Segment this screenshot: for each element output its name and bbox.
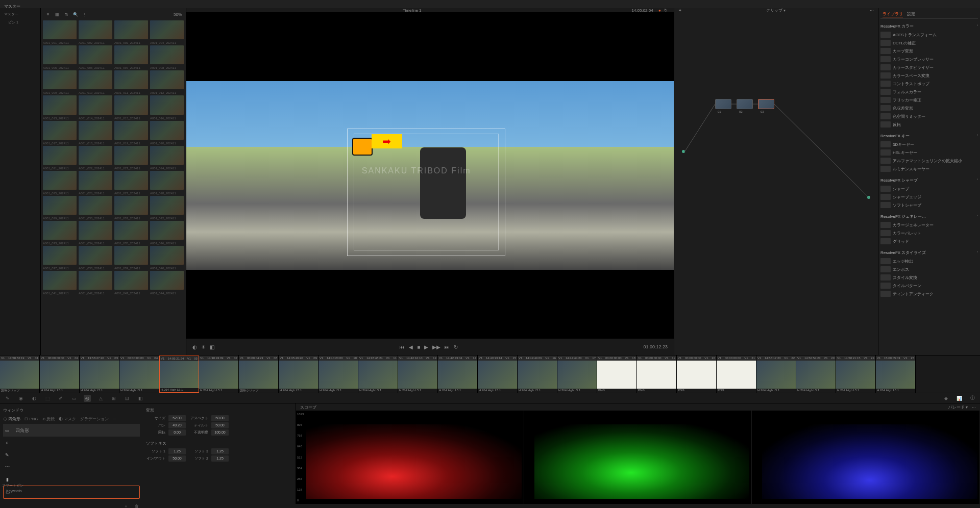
media-thumb[interactable]: A001_002_202411 (79, 20, 112, 39)
fx-item[interactable]: ソフトシャープ (880, 201, 978, 209)
tracker-icon[interactable]: ◎ (84, 395, 91, 402)
power-window-outer[interactable] (347, 129, 505, 256)
delete-shape-icon[interactable]: 🗑 (133, 503, 140, 508)
timeline-clip[interactable]: V114:58:21:15V124 H.264 High L5.1 (836, 355, 876, 393)
media-thumb[interactable]: A001_012_202411 (150, 70, 184, 89)
key-icon[interactable]: ⊞ (110, 395, 117, 402)
scopes-content[interactable]: 10238967686405123842561280 (296, 411, 980, 504)
timeline-clip[interactable]: V114:43:33:14V115 H.264 High L5.1 (478, 355, 518, 393)
media-thumb[interactable]: A001_006_202411 (79, 45, 112, 64)
timeline-clip[interactable]: V114:05:21:24V105 H.264 High L5.1 (159, 355, 199, 393)
viewer-content[interactable]: ➡ SANKAKU TRIBOD Film (186, 12, 674, 339)
timeline-clip[interactable]: V114:38:48:24V111 H.264 High L5.1 (358, 355, 398, 393)
timeline-clip[interactable]: V100:00:00:00V102 H.264 High L5.1 (40, 355, 80, 393)
png-tab[interactable]: ⊡ PNG (24, 417, 38, 421)
fx-item[interactable]: カラースペース変換 (880, 71, 978, 80)
media-thumb[interactable]: A001_044_202411 (150, 271, 184, 290)
bin-1[interactable]: ビン 1 (2, 18, 38, 27)
prev-clip-icon[interactable]: ⏮ (400, 344, 405, 350)
media-thumb[interactable]: A001_024_202411 (150, 146, 184, 165)
timeline-clip[interactable]: V113:58:27:20V103 H.264 High L5.1 (80, 355, 119, 393)
media-thumb[interactable]: A001_030_202411 (79, 196, 112, 215)
fx-item[interactable]: シャープ (880, 185, 978, 193)
timeline-clip[interactable]: V100:00:00:00V121 PNG (717, 355, 756, 393)
timeline-clip[interactable]: V113:58:52:19V101 調整クリップ (0, 355, 40, 393)
media-thumb[interactable]: A001_009_202411 (43, 70, 77, 89)
fx-item[interactable]: ティントアンティーク (880, 290, 978, 298)
media-thumb[interactable]: A001_037_202411 (43, 246, 77, 265)
fx-item[interactable]: ルミナンスキーヤー (880, 165, 978, 173)
media-thumb[interactable]: A001_040_202411 (150, 246, 184, 265)
node-input[interactable] (682, 150, 685, 153)
media-thumb[interactable]: A001_008_202411 (150, 45, 184, 64)
media-thumb[interactable]: A001_033_202411 (43, 221, 77, 240)
media-thumb[interactable]: A001_013_202411 (43, 95, 77, 114)
timeline-clip[interactable]: V114:38:43:09V107 H.264 High L5.1 (199, 355, 239, 393)
media-thumb[interactable]: A001_001_202411 (43, 20, 77, 39)
media-thumb[interactable]: A001_021_202411 (43, 146, 77, 165)
gradient-tab[interactable]: グラデーション (80, 416, 109, 422)
media-thumb[interactable]: A001_039_202411 (114, 246, 148, 265)
timeline-clip[interactable]: V115:00:05:03V125 H.264 High L5.1 (876, 355, 916, 393)
rotate-value[interactable]: 0.00 (168, 429, 186, 436)
media-thumb[interactable]: A001_010_202411 (79, 70, 112, 89)
media-thumb[interactable]: A001_018_202411 (79, 121, 112, 140)
fx-item[interactable]: 色収差変形 (880, 104, 978, 112)
tilt-value[interactable]: 50.00 (211, 422, 229, 428)
media-thumb[interactable]: A001_020_202411 (150, 121, 184, 140)
media-thumb[interactable]: A001_032_202411 (150, 196, 184, 215)
timeline-clip[interactable]: V114:35:49:20V109 H.264 High L5.1 (279, 355, 318, 393)
media-thumb[interactable]: A001_016_202411 (150, 95, 184, 114)
media-thumb[interactable]: A001_019_202411 (114, 121, 148, 140)
size-value[interactable]: 52.00 (168, 415, 186, 421)
filter-icon[interactable]: ⋮ (82, 11, 88, 17)
fx-item[interactable]: カラーパレット (880, 229, 978, 237)
media-thumb[interactable]: A001_004_202411 (150, 20, 184, 39)
fx-item[interactable]: コントラストポップ (880, 80, 978, 88)
shape-curve[interactable]: 〰 (3, 461, 140, 473)
mask-tab[interactable]: ◐ マスク (59, 416, 76, 422)
fx-item[interactable]: カラースタビライザー (880, 63, 978, 71)
soft3-value[interactable]: 1.25 (211, 448, 229, 454)
blur-icon[interactable]: △ (97, 395, 104, 402)
fx-item[interactable]: タイルパターン (880, 282, 978, 290)
eyedropper-icon[interactable]: ✐ (57, 395, 64, 402)
timeline-clip[interactable]: V100:00:00:00V120 PNG (677, 355, 717, 393)
media-thumb[interactable]: A001_015_202411 (114, 95, 148, 114)
fx-item[interactable]: フリッカー修正 (880, 96, 978, 104)
shapes-tab[interactable]: ◇ 四角形 (3, 416, 20, 422)
media-thumb[interactable]: A001_017_202411 (43, 121, 77, 140)
power-window-inner[interactable] (354, 134, 498, 250)
timeline-clip[interactable]: V114:42:43:04V114 H.264 High L5.1 (438, 355, 478, 393)
sizing-icon[interactable]: ⊡ (124, 395, 131, 402)
media-thumb[interactable]: A001_035_202411 (114, 221, 148, 240)
media-thumb[interactable]: A001_036_202411 (150, 221, 184, 240)
soft2-value[interactable]: 1.25 (211, 455, 229, 462)
timeline-clip[interactable]: V114:56:54:23V123 H.264 High L5.1 (796, 355, 836, 393)
fx-item[interactable]: 3Dキーヤー (880, 140, 978, 148)
media-thumb[interactable]: A001_003_202411 (114, 20, 148, 39)
parade-dropdown[interactable]: パレード ▾ ⋯ (948, 404, 976, 410)
library-tab[interactable]: ライブラリ (883, 11, 903, 17)
fx-item[interactable]: グリッド (880, 237, 978, 245)
shapes-options-icon[interactable]: ⋯ (113, 417, 116, 421)
media-thumb[interactable]: A001_028_202411 (150, 171, 184, 190)
aspect-value[interactable]: 50.00 (211, 415, 229, 421)
media-thumb[interactable]: A001_026_202411 (79, 171, 112, 190)
opacity-value[interactable]: 100.00 (211, 429, 229, 436)
settings-tab[interactable]: 設定 (907, 11, 915, 17)
media-thumb[interactable]: A001_027_202411 (114, 171, 148, 190)
fx-item[interactable]: DCTLの補正 (880, 39, 978, 47)
timeline-clip[interactable]: V114:42:16:10V113 H.264 High L5.1 (398, 355, 438, 393)
timeline-clip[interactable]: V100:00:00:00V104 H.264 High L5.1 (119, 355, 159, 393)
fx-item[interactable]: HSLキーヤー (880, 148, 978, 157)
timeline-clip[interactable]: V114:44:44:23V117 H.264 High L5.1 (557, 355, 597, 393)
add-shape-icon[interactable]: + (122, 503, 130, 508)
media-thumb[interactable]: A001_043_202411 (114, 271, 148, 290)
fx-item[interactable]: スタイル変換 (880, 273, 978, 282)
shape-active-rect[interactable]: ▭ (3, 486, 140, 499)
scopes-icon[interactable]: 📊 (955, 395, 963, 402)
timeline-clip[interactable]: V114:43:49:09V116 H.264 High L5.1 (518, 355, 557, 393)
fx-item[interactable]: 色空間リミッター (880, 112, 978, 120)
smart-bin-keywords[interactable]: Keywords (2, 489, 23, 493)
